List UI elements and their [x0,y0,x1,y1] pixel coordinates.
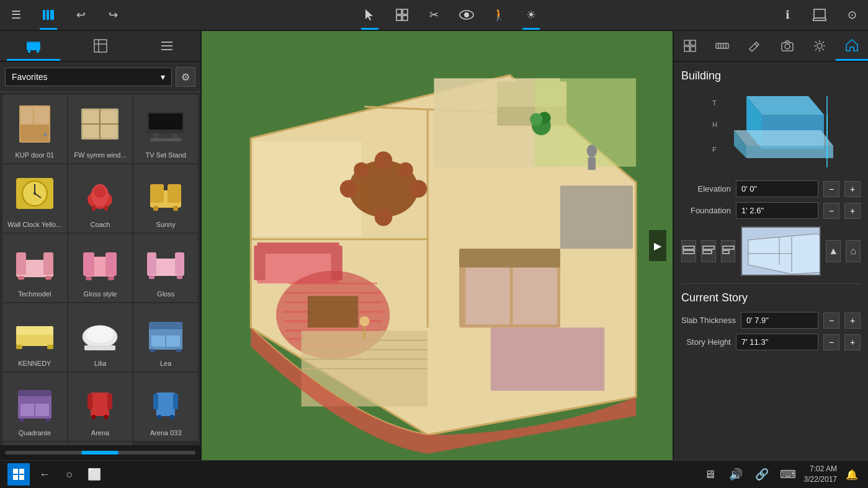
elevation-increase[interactable]: + [844,181,861,197]
back-button[interactable]: ← [35,464,55,484]
library-icon[interactable] [38,5,58,25]
svg-rect-137 [459,249,560,268]
slab-decrease[interactable]: − [823,313,839,329]
favorites-dropdown[interactable]: Favorites ▾ [5,68,172,86]
view3d-icon[interactable] [810,5,830,25]
item-label: Quadrante [19,429,51,437]
tab-list[interactable] [133,31,200,61]
floorplan-thumbnail[interactable] [741,226,821,276]
svg-rect-192 [723,246,734,249]
story-height-increase[interactable]: + [844,334,861,350]
view-house-btn[interactable]: ⌂ [846,240,861,262]
tab-light-right[interactable] [803,31,836,61]
view-layer2-btn[interactable] [701,240,716,262]
item-label: Sunny [156,221,176,228]
slab-increase[interactable]: + [844,313,861,329]
monitor-icon[interactable]: 🖥 [700,464,720,484]
svg-rect-77 [149,322,182,329]
item-lilia[interactable]: Lilia [68,303,133,371]
center-canvas[interactable]: ▶ [202,31,673,460]
view-layer3-btn[interactable] [721,240,736,262]
volume-icon[interactable]: 🔊 [726,464,746,484]
scroll-bar[interactable] [0,445,200,460]
item-gloss[interactable]: Gloss [133,234,198,302]
keyboard-icon[interactable]: ⌨ [778,464,798,484]
foundation-input[interactable]: 1' 2.6" [736,202,818,219]
scroll-track[interactable] [5,451,195,455]
svg-rect-5 [403,9,408,14]
svg-rect-79 [166,335,180,347]
taskview-button[interactable]: ⬜ [84,464,104,484]
svg-point-118 [375,208,392,226]
svg-point-28 [43,133,47,136]
svg-rect-88 [91,393,109,416]
foundation-decrease[interactable]: − [823,203,839,219]
sun-icon[interactable]: ☀ [521,5,541,25]
search-button[interactable]: ○ [60,464,79,484]
item-label: Techmodel [18,290,51,298]
item-arena033[interactable]: Arena 033 [133,373,198,441]
svg-rect-87 [45,419,50,422]
svg-rect-91 [92,415,96,419]
svg-point-117 [375,151,392,169]
story-height-input[interactable]: 7' 11.3" [736,334,818,350]
item-thumb [10,169,60,218]
svg-rect-92 [104,415,108,419]
elevation-input[interactable]: 0' 0" [736,180,818,197]
info-icon[interactable]: ℹ [777,5,797,25]
notification-icon[interactable]: 🔔 [843,466,861,483]
tab-edit-right[interactable] [738,31,771,61]
item-fw-window[interactable]: FW symm wind... [68,95,133,163]
item-gloss-style[interactable]: Gloss style [68,234,133,302]
item-wall-clock[interactable]: Wall Clock Yello... [2,164,67,233]
redo-icon[interactable]: ↪ [103,5,123,25]
scroll-thumb[interactable] [81,451,119,455]
elevation-decrease[interactable]: − [823,181,839,197]
story-height-decrease[interactable]: − [823,334,839,350]
item-thumb [141,377,190,427]
tab-design[interactable] [67,31,134,61]
settings-button[interactable]: ⚙ [176,67,195,87]
tab-tools-right[interactable] [674,31,706,61]
item-tv-stand[interactable]: TV Set Stand [133,95,198,163]
foundation-increase[interactable]: + [844,203,861,219]
taskbar-sys-area: 🖥 🔊 🔗 ⌨ 7:02 AM 3/22/2017 🔔 [700,464,861,485]
eye-icon[interactable] [457,5,477,25]
group-icon[interactable] [392,5,412,25]
expand-arrow[interactable]: ▶ [649,230,666,261]
item-label: Lilia [94,360,107,367]
item-techmodel[interactable]: Techmodel [2,234,67,302]
sphere-icon[interactable]: ⊙ [842,5,862,25]
scissors-icon[interactable]: ✂ [424,5,444,25]
item-thumb [75,308,125,357]
svg-rect-58 [45,276,51,280]
item-arena[interactable]: Arena [68,373,133,441]
svg-rect-53 [173,206,178,211]
item-kup-door[interactable]: KUP door 01 [2,95,67,163]
svg-text:H: H [712,121,717,128]
main-content: Favorites ▾ ⚙ KUP door 01 [0,31,868,460]
item-lea[interactable]: Lea [133,303,198,371]
svg-line-172 [822,49,824,51]
walk-icon[interactable]: 🚶 [489,5,509,25]
network-icon[interactable]: 🔗 [752,464,772,484]
view-layers-btn[interactable] [681,240,696,262]
start-button[interactable] [7,463,30,486]
slab-thickness-input[interactable]: 0' 7.9" [741,312,818,329]
tab-furniture[interactable] [0,31,67,61]
tab-camera-right[interactable] [771,31,803,61]
item-kennedy[interactable]: KENNEDY [2,303,67,371]
svg-rect-25 [20,107,33,124]
svg-line-173 [822,42,824,43]
item-thumb [75,377,125,427]
select-icon[interactable] [360,5,380,25]
undo-icon[interactable]: ↩ [71,5,91,25]
view-up-btn[interactable]: ▲ [826,240,841,262]
tab-measure-right[interactable] [706,31,738,61]
tab-home-right[interactable] [836,31,868,61]
item-sunny[interactable]: Sunny [133,164,198,233]
item-thumb [141,308,190,357]
item-coach[interactable]: Coach [68,164,133,233]
item-quadrante[interactable]: Quadrante [2,373,67,441]
menu-icon[interactable]: ☰ [6,5,26,25]
